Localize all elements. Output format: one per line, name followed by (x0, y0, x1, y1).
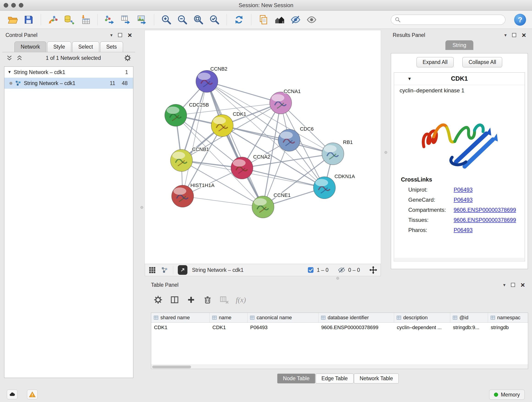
panel-menu-icon[interactable]: ▾ (504, 33, 507, 37)
export-table-button[interactable] (119, 13, 133, 26)
results-scrollbar[interactable] (394, 258, 524, 261)
zoom-out-button[interactable] (176, 13, 189, 26)
show-columns-icon[interactable] (170, 295, 179, 305)
splitter-handle[interactable] (385, 151, 387, 154)
minimize-window-button[interactable] (11, 3, 16, 7)
table-cell[interactable]: cyclin–dependent ... (394, 323, 450, 332)
edge-CDK1-RB1[interactable] (222, 126, 333, 154)
column-header-database-identifier[interactable]: database identifier (318, 313, 394, 322)
close-panel-icon[interactable]: × (128, 32, 132, 39)
crosslink-link[interactable]: P06493 (454, 197, 473, 203)
crosslink-link[interactable]: P06493 (454, 186, 473, 193)
expand-all-icon[interactable] (16, 55, 23, 61)
tab-sets[interactable]: Sets (100, 41, 123, 52)
float-panel-icon[interactable] (118, 33, 122, 37)
network-options-gear-icon[interactable] (124, 54, 132, 62)
edge-CCNB2-CCNA1[interactable] (207, 81, 281, 103)
birdseye-grid-icon[interactable] (148, 266, 156, 274)
tab-network[interactable]: Network (14, 41, 46, 52)
column-header-name[interactable]: name (210, 313, 247, 322)
column-header--id[interactable]: @id (450, 313, 488, 322)
crosslink-link[interactable]: 9606.ENSP00000378699 (454, 217, 516, 223)
node-CCNA1[interactable]: CCNA1 (270, 89, 301, 114)
cloud-status-button[interactable] (7, 390, 17, 399)
network-row-selected[interactable]: String Network – cdk1 11 48 (4, 78, 133, 89)
import-network-file-button[interactable] (46, 13, 60, 26)
protein-card-header[interactable]: ▼ CDK1 (394, 73, 525, 85)
node-CDK1[interactable]: CDK1 (211, 111, 246, 137)
edge-CCNB2-CCNE1[interactable] (207, 81, 263, 207)
node-CDC25B[interactable]: CDC25B (165, 102, 209, 126)
panel-menu-icon[interactable]: ▾ (110, 33, 113, 37)
panel-menu-icon[interactable]: ▾ (503, 283, 505, 287)
collapse-section-icon[interactable]: ▼ (407, 76, 412, 81)
table-cell[interactable]: P06493 (247, 323, 318, 332)
column-header-shared-name[interactable]: shared name (151, 313, 210, 322)
network-collection-row[interactable]: ▼ String Network – cdk1 1 (4, 67, 133, 78)
memory-button[interactable]: Memory (489, 390, 525, 400)
warnings-button[interactable] (27, 390, 38, 399)
home-button[interactable] (273, 13, 286, 26)
node-CCNB2[interactable]: CCNB2 (196, 66, 228, 92)
table-cell[interactable]: CDK1 (210, 323, 247, 332)
open-session-button[interactable] (6, 13, 19, 26)
splitter-handle[interactable] (336, 277, 339, 280)
scrollbar-thumb[interactable] (152, 366, 191, 368)
refresh-button[interactable] (232, 13, 246, 26)
hide-panel-button[interactable] (289, 13, 302, 26)
help-button[interactable]: ? (514, 14, 526, 26)
maximize-window-button[interactable] (19, 3, 23, 7)
tab-string[interactable]: String (445, 40, 473, 50)
network-view-canvas[interactable]: CCNB2CCNA1CDC25BCDK1CDC6RB1CCNB1CCNA2CDK… (145, 30, 381, 264)
table-tab-node-table[interactable]: Node Table (277, 374, 315, 383)
close-window-button[interactable] (4, 3, 8, 7)
tab-style[interactable]: Style (47, 41, 71, 52)
add-column-icon[interactable] (186, 295, 196, 305)
crosslink-link[interactable]: 9606.ENSP00000378699 (454, 207, 516, 213)
tree-expand-icon[interactable]: ▼ (7, 70, 12, 75)
collapse-all-icon[interactable] (6, 55, 13, 61)
column-header-canonical-name[interactable]: canonical name (247, 313, 318, 322)
column-header-namespac[interactable]: namespac (488, 313, 528, 322)
import-network-database-button[interactable] (63, 13, 76, 26)
network-graph[interactable]: CCNB2CCNA1CDC25BCDK1CDC6RB1CCNB1CCNA2CDK… (145, 30, 381, 264)
zoom-fit-button[interactable] (192, 13, 205, 26)
selected-checkbox-icon[interactable] (307, 267, 314, 274)
close-panel-icon[interactable]: × (522, 32, 526, 39)
tab-select[interactable]: Select (72, 41, 99, 52)
table-cell[interactable]: stringdb:9... (450, 323, 488, 332)
delete-column-trash-icon[interactable] (203, 295, 212, 305)
expand-all-button[interactable]: Expand All (417, 57, 454, 67)
table-cell[interactable]: 9606.ENSP00000378699 (318, 323, 394, 332)
export-network-button[interactable] (103, 13, 116, 26)
open-external-button[interactable] (178, 265, 187, 275)
table-cell[interactable]: stringdb (488, 323, 528, 332)
crosslink-link[interactable]: P06493 (454, 227, 473, 233)
close-panel-icon[interactable]: × (520, 281, 525, 288)
search-input[interactable] (403, 17, 501, 23)
edge-HIST1H1A-CCNE1[interactable] (183, 196, 263, 207)
table-cell[interactable]: CDK1 (151, 323, 210, 332)
table-horizontal-scrollbar[interactable] (151, 365, 528, 369)
node-HIST1H1A[interactable]: HIST1H1A (172, 182, 215, 207)
toolbar-search[interactable] (391, 15, 505, 25)
zoom-in-button[interactable] (160, 13, 173, 26)
hidden-eye-slash-icon[interactable] (338, 266, 346, 274)
save-session-button[interactable] (22, 13, 35, 26)
string-share-icon[interactable] (161, 266, 168, 274)
table-tab-edge-table[interactable]: Edge Table (316, 374, 354, 383)
table-options-gear-icon[interactable] (153, 295, 163, 305)
float-panel-icon[interactable] (512, 33, 516, 37)
import-table-button[interactable] (79, 13, 92, 26)
float-panel-icon[interactable] (511, 283, 515, 287)
table-row[interactable]: CDK1CDK1P064939606.ENSP00000378699cyclin… (151, 323, 528, 332)
edge-CCNB2-HIST1H1A[interactable] (183, 81, 207, 196)
column-header-description[interactable]: description (394, 313, 450, 322)
table-tab-network-table[interactable]: Network Table (354, 374, 399, 383)
node-RB1[interactable]: RB1 (322, 139, 353, 165)
splitter-handle[interactable] (140, 206, 143, 209)
show-panel-button[interactable] (305, 13, 318, 26)
document-button[interactable] (257, 13, 270, 26)
collapse-all-button[interactable]: Collapse All (462, 57, 502, 67)
zoom-selected-button[interactable] (208, 13, 221, 26)
